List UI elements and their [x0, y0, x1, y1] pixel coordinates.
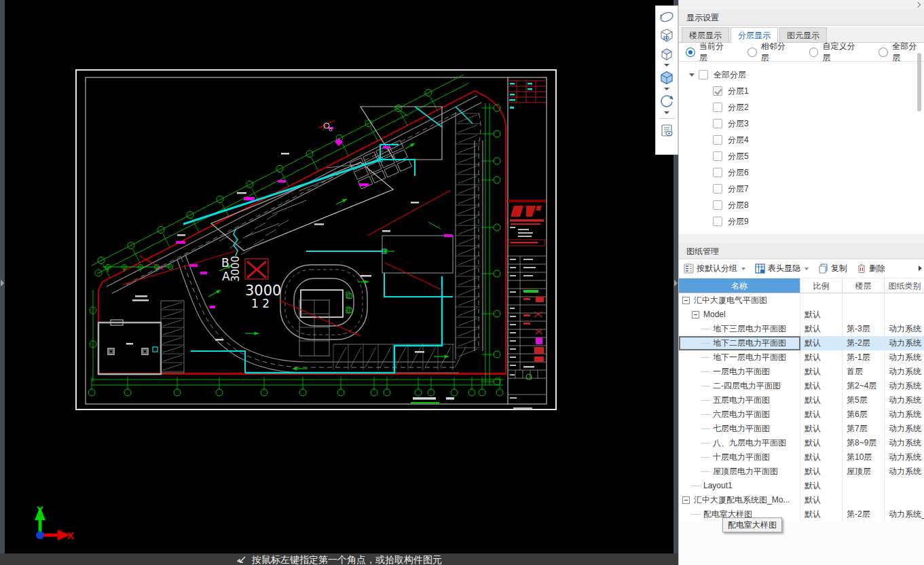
table-row[interactable]: 汇中大厦配电系统图_Mo...默认	[679, 493, 924, 507]
title-block	[508, 81, 546, 409]
table-row[interactable]: 二-四层电力平面图默认第2~4层动力系统	[679, 379, 924, 393]
tree-item-checkbox[interactable]	[713, 86, 722, 96]
wireframe-cube-dropdown-icon[interactable]	[664, 64, 669, 67]
parking-left	[161, 301, 184, 373]
row-category: 动力系统	[885, 407, 924, 422]
tree-root-row[interactable]: 全部分层	[679, 67, 924, 83]
row-scale: 默认	[800, 407, 843, 422]
row-floor: 第7层	[843, 422, 885, 436]
table-row[interactable]: 一层电力平面图默认首层动力系统	[679, 365, 924, 379]
row-category: 动力系统	[885, 436, 924, 450]
row-name: 汇中大厦配电系统图_Mo...	[694, 493, 790, 507]
table-row[interactable]: 七层电力平面图默认第7层动力系统	[679, 422, 924, 436]
layer-tree: 全部分层 分层1分层2分层3分层4分层5分层6分层7分层8分层9	[679, 61, 924, 231]
x-axis-label: X	[67, 530, 74, 541]
rotate-view-icon[interactable]	[657, 92, 676, 110]
row-name: 地下一层电力平面图	[713, 350, 786, 365]
orbit-icon[interactable]	[657, 8, 676, 26]
tree-item-checkbox[interactable]	[713, 119, 722, 128]
shaded-cube-icon[interactable]	[657, 69, 676, 86]
table-row[interactable]: 屋顶层电力平面图默认屋顶层动力系统	[679, 464, 924, 479]
table-row[interactable]: 地下三层电力平面图默认第-3层动力系统	[679, 322, 924, 336]
column-header-name[interactable]: 名称	[679, 278, 800, 293]
tree-root-checkbox[interactable]	[699, 70, 708, 79]
radio-button[interactable]	[879, 48, 888, 57]
collapse-group-icon[interactable]	[682, 297, 690, 304]
row-scale: 默认	[800, 493, 843, 507]
delete-button[interactable]: 删除	[857, 263, 885, 274]
drawing-frame	[76, 70, 556, 409]
expand-left-panel-icon[interactable]	[1, 280, 4, 287]
table-row[interactable]: Layout1默认	[679, 479, 924, 493]
row-name: 地下三层电力平面图	[713, 322, 786, 336]
table-row[interactable]: 地下二层电力平面图默认第-2层动力系统	[679, 336, 924, 350]
table-row[interactable]: 八、九层电力平面图默认第8~9层动力系统	[679, 436, 924, 450]
tree-item-分层3[interactable]: 分层3	[679, 115, 924, 132]
tree-item-分层6[interactable]: 分层6	[679, 164, 924, 181]
radio-自定义分层[interactable]: 自定义分层	[809, 41, 864, 64]
shaded-cube-dropdown-icon[interactable]	[664, 88, 669, 90]
collapse-group-icon[interactable]	[692, 311, 699, 318]
header-toggle-dropdown-icon[interactable]	[805, 268, 809, 270]
tree-item-分层7[interactable]: 分层7	[679, 181, 924, 197]
display-settings-icon[interactable]	[657, 122, 676, 139]
tree-item-checkbox[interactable]	[713, 200, 722, 210]
group-by-button[interactable]: 按默认分组	[684, 263, 745, 274]
tree-item-分层1[interactable]: 分层1	[679, 83, 924, 99]
radio-button[interactable]	[747, 48, 757, 57]
tree-item-checkbox[interactable]	[713, 135, 722, 145]
tab-分层显示[interactable]: 分层显示	[731, 27, 778, 43]
collapse-display-settings-icon[interactable]	[915, 2, 921, 7]
column-header-category[interactable]: 图纸类别	[885, 278, 924, 293]
copy-button[interactable]: 复制	[818, 263, 847, 274]
row-scale: 默认	[800, 436, 843, 450]
row-scale	[800, 293, 843, 308]
tree-item-分层9[interactable]: 分层9	[679, 213, 924, 230]
tree-item-分层5[interactable]: 分层5	[679, 148, 924, 164]
table-row[interactable]: 汇中大厦电气平面图	[679, 293, 924, 308]
row-floor: 第-2层	[843, 507, 885, 522]
drawing-manager-toolbar: 按默认分组 表头显隐 复制 删除	[679, 259, 924, 278]
cad-viewport[interactable]: B A 3000 3000 1 2	[5, 0, 673, 553]
table-row[interactable]: 配电室大样图默认第-2层动力系统_1	[679, 507, 924, 522]
tree-item-checkbox[interactable]	[713, 217, 722, 226]
table-row[interactable]: 六层电力平面图默认第6层动力系统	[679, 407, 924, 422]
row-category	[885, 479, 924, 493]
tree-scrollbar-thumb[interactable]	[917, 53, 921, 111]
wireframe-cube-icon[interactable]	[657, 45, 676, 62]
header-toggle-button[interactable]: 表头显隐	[755, 263, 809, 274]
group-by-dropdown-icon[interactable]	[741, 268, 745, 270]
tree-item-分层4[interactable]: 分层4	[679, 132, 924, 148]
radio-button[interactable]	[809, 48, 819, 57]
parking-right	[456, 112, 480, 359]
radio-button[interactable]	[686, 48, 695, 57]
tree-item-checkbox[interactable]	[713, 184, 722, 194]
3d-view-icon[interactable]: 3D	[657, 26, 676, 44]
tree-item-checkbox[interactable]	[713, 168, 722, 177]
table-row[interactable]: 五层电力平面图默认第5层动力系统	[679, 393, 924, 407]
table-row[interactable]: Model默认	[679, 308, 924, 322]
toolbar-overflow-icon[interactable]	[919, 266, 922, 271]
tree-item-checkbox[interactable]	[713, 151, 722, 161]
tree-expand-icon[interactable]	[689, 73, 695, 77]
collapse-group-icon[interactable]	[682, 496, 690, 504]
table-row[interactable]: 十层电力平面图默认第10层动力系统	[679, 450, 924, 464]
table-row[interactable]: 地下一层电力平面图默认第-1层动力系统	[679, 350, 924, 365]
expand-right-panel-icon[interactable]	[674, 280, 678, 287]
radio-当前分层[interactable]: 当前分层	[686, 41, 732, 64]
column-header-floor[interactable]: 楼层	[843, 278, 885, 293]
row-name: 六层电力平面图	[713, 407, 770, 422]
cable-trays	[153, 107, 473, 373]
column-header-scale[interactable]: 比例	[800, 278, 843, 293]
drawing-manager-titlebar	[679, 234, 924, 244]
tree-item-分层2[interactable]: 分层2	[679, 99, 924, 115]
left-panel-strip[interactable]	[0, 0, 5, 553]
rotate-view-dropdown-icon[interactable]	[664, 111, 669, 114]
row-scale: 默认	[800, 422, 843, 436]
radio-相邻分层[interactable]: 相邻分层	[747, 41, 794, 64]
row-name: 屋顶层电力平面图	[713, 464, 778, 479]
tree-item-分层8[interactable]: 分层8	[679, 197, 924, 213]
row-scale: 默认	[800, 308, 843, 322]
tree-item-checkbox[interactable]	[713, 103, 722, 112]
row-floor: 第-2层	[843, 336, 885, 350]
